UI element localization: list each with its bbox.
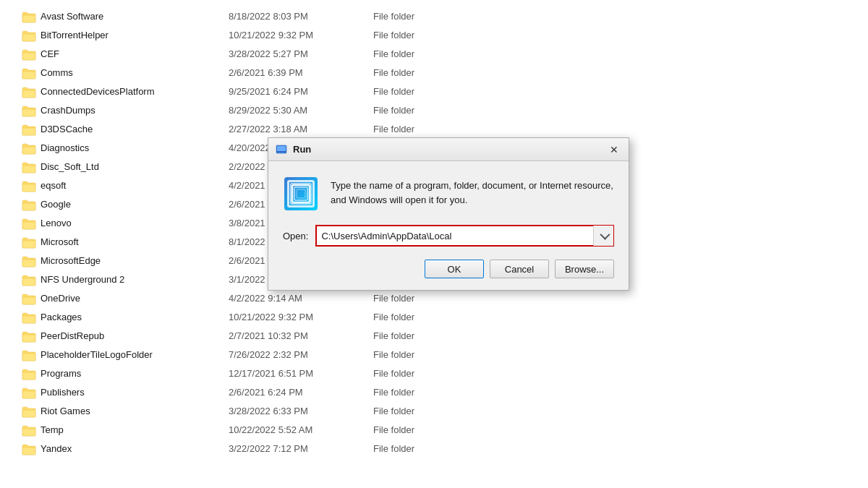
dialog-body: Type the name of a program, folder, docu…	[268, 161, 629, 290]
file-date: 3/28/2022 6:33 PM	[229, 402, 373, 421]
table-row[interactable]: Programs 12/17/2021 6:51 PM File folder	[22, 364, 868, 383]
folder-icon	[22, 180, 36, 192]
folder-icon	[22, 236, 36, 248]
dialog-title: Run	[293, 144, 605, 155]
file-name: Temp	[41, 421, 229, 440]
open-dropdown-button[interactable]	[593, 226, 613, 246]
folder-icon	[22, 330, 36, 342]
file-type: File folder	[373, 26, 482, 45]
folder-icon	[22, 67, 36, 79]
file-type: File folder	[373, 421, 482, 440]
folder-icon	[22, 406, 36, 417]
run-icon-wrap	[283, 176, 319, 212]
file-name: Programs	[41, 364, 229, 383]
table-row[interactable]: Avast Software 8/18/2022 8:03 PM File fo…	[22, 7, 868, 26]
svg-rect-2	[277, 151, 286, 152]
table-row[interactable]: Yandex 3/22/2022 7:12 PM File folder	[22, 440, 868, 458]
file-name: Google	[41, 195, 229, 214]
file-name: MicrosoftEdge	[41, 252, 229, 270]
file-type: File folder	[373, 64, 482, 82]
file-date: 3/28/2022 5:27 PM	[229, 45, 373, 64]
folder-icon	[22, 105, 36, 116]
table-row[interactable]: OneDrive 4/2/2022 9:14 AM File folder	[22, 289, 868, 308]
ok-button[interactable]: OK	[425, 260, 484, 278]
dialog-titlebar: Run ✕	[268, 138, 629, 161]
table-row[interactable]: BitTorrentHelper 10/21/2022 9:32 PM File…	[22, 26, 868, 45]
folder-icon	[22, 368, 36, 380]
file-date: 2/6/2021 6:24 PM	[229, 383, 373, 402]
file-name: D3DSCache	[41, 120, 229, 139]
svg-rect-5	[294, 187, 307, 200]
file-name: Diagnostics	[41, 139, 229, 158]
svg-rect-6	[297, 189, 305, 198]
folder-icon	[22, 255, 36, 267]
folder-icon	[22, 30, 36, 41]
dialog-content: Type the name of a program, folder, docu…	[283, 176, 614, 212]
file-name: PeerDistRepub	[41, 327, 229, 346]
browse-button[interactable]: Browse...	[555, 260, 614, 278]
file-type: File folder	[373, 383, 482, 402]
file-date: 10/21/2022 9:32 PM	[229, 308, 373, 327]
run-dialog: Run ✕ Type the name of a prog	[268, 137, 629, 291]
file-date: 8/29/2022 5:30 AM	[229, 101, 373, 120]
file-type: File folder	[373, 440, 482, 458]
folder-icon	[22, 86, 36, 98]
file-name: Microsoft	[41, 233, 229, 252]
folder-icon	[22, 218, 36, 229]
folder-icon	[22, 124, 36, 135]
file-name: Publishers	[41, 383, 229, 402]
file-name: BitTorrentHelper	[41, 26, 229, 45]
file-name: Avast Software	[41, 7, 229, 26]
cancel-button[interactable]: Cancel	[490, 260, 549, 278]
file-date: 8/18/2022 8:03 PM	[229, 7, 373, 26]
file-date: 7/26/2022 2:32 PM	[229, 346, 373, 364]
file-date: 2/27/2022 3:18 AM	[229, 120, 373, 139]
file-explorer: Avast Software 8/18/2022 8:03 PM File fo…	[0, 0, 868, 488]
folder-icon	[22, 11, 36, 22]
file-type: File folder	[373, 289, 482, 308]
file-type: File folder	[373, 120, 482, 139]
file-type: File folder	[373, 402, 482, 421]
file-type: File folder	[373, 45, 482, 64]
folder-icon	[22, 161, 36, 173]
open-label: Open:	[283, 231, 308, 241]
folder-icon	[22, 274, 36, 286]
dialog-close-button[interactable]: ✕	[605, 141, 623, 158]
file-name: NFS Underground 2	[41, 270, 229, 289]
dialog-message: Type the name of a program, folder, docu…	[331, 176, 614, 207]
file-date: 2/7/2021 10:32 PM	[229, 327, 373, 346]
open-input-wrap	[315, 225, 614, 247]
table-row[interactable]: Comms 2/6/2021 6:39 PM File folder	[22, 64, 868, 82]
file-type: File folder	[373, 82, 482, 101]
file-name: ConnectedDevicesPlatform	[41, 82, 229, 101]
table-row[interactable]: Temp 10/22/2022 5:52 AM File folder	[22, 421, 868, 440]
file-type: File folder	[373, 101, 482, 120]
table-row[interactable]: CEF 3/28/2022 5:27 PM File folder	[22, 45, 868, 64]
file-name: Lenovo	[41, 214, 229, 233]
table-row[interactable]: Publishers 2/6/2021 6:24 PM File folder	[22, 383, 868, 402]
file-date: 9/25/2021 6:24 PM	[229, 82, 373, 101]
table-row[interactable]: PeerDistRepub 2/7/2021 10:32 PM File fol…	[22, 327, 868, 346]
folder-icon	[22, 48, 36, 60]
chevron-down-icon	[600, 230, 610, 240]
file-date: 3/22/2022 7:12 PM	[229, 440, 373, 458]
table-row[interactable]: Packages 10/21/2022 9:32 PM File folder	[22, 308, 868, 327]
file-name: Yandex	[41, 440, 229, 458]
table-row[interactable]: D3DSCache 2/27/2022 3:18 AM File folder	[22, 120, 868, 139]
svg-rect-4	[292, 185, 310, 202]
folder-icon	[22, 443, 36, 455]
dialog-buttons: OK Cancel Browse...	[283, 260, 614, 278]
table-row[interactable]: CrashDumps 8/29/2022 5:30 AM File folder	[22, 101, 868, 120]
file-name: eqsoft	[41, 176, 229, 195]
table-row[interactable]: Riot Games 3/28/2022 6:33 PM File folder	[22, 402, 868, 421]
table-row[interactable]: ConnectedDevicesPlatform 9/25/2021 6:24 …	[22, 82, 868, 101]
file-date: 10/21/2022 9:32 PM	[229, 26, 373, 45]
run-icon	[284, 177, 318, 210]
folder-icon	[22, 349, 36, 361]
table-row[interactable]: PlaceholderTileLogoFolder 7/26/2022 2:32…	[22, 346, 868, 364]
file-name: CrashDumps	[41, 101, 229, 120]
svg-rect-1	[277, 146, 286, 151]
file-type: File folder	[373, 327, 482, 346]
open-input[interactable]	[317, 226, 594, 245]
file-name: Comms	[41, 64, 229, 82]
